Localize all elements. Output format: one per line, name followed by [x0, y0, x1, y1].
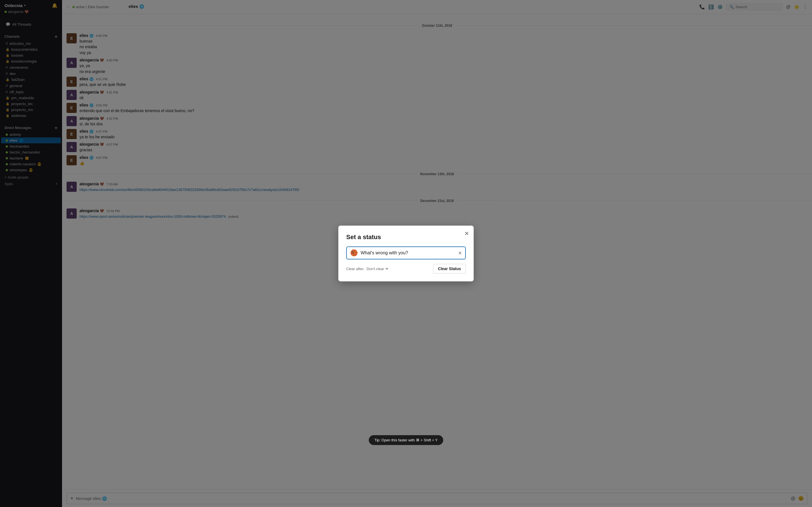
keyboard-shortcut-tooltip: Tip: Open this faster with ⌘ + Shift + Y: [369, 435, 443, 445]
clear-status-button[interactable]: Clear Status: [433, 264, 466, 274]
status-input-clear-button[interactable]: ✕: [458, 250, 462, 256]
status-modal: Set a status ✕ 🏀 ✕ Clear after: Don't cl…: [338, 226, 474, 281]
modal-close-button[interactable]: ✕: [464, 230, 469, 237]
modal-overlay[interactable]: Set a status ✕ 🏀 ✕ Clear after: Don't cl…: [0, 0, 812, 507]
status-text-input[interactable]: [361, 250, 455, 256]
clear-after-select[interactable]: Don't clear 30 minutes 1 hour 4 hours To…: [365, 267, 389, 271]
modal-footer: Clear after: Don't clear 30 minutes 1 ho…: [346, 264, 466, 274]
status-emoji-picker[interactable]: 🏀: [350, 249, 358, 257]
modal-title: Set a status: [346, 233, 466, 241]
status-input-row: 🏀 ✕: [346, 246, 466, 260]
clear-after-dropdown[interactable]: Clear after: Don't clear 30 minutes 1 ho…: [346, 267, 389, 271]
